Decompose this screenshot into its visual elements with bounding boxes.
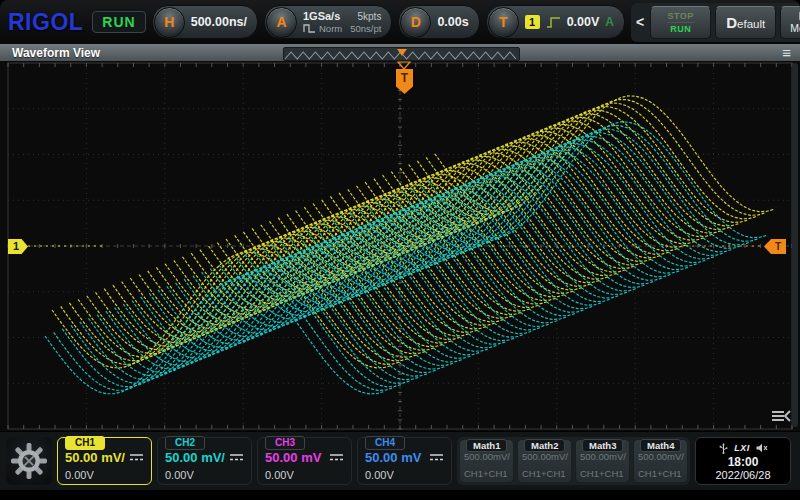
menu-hamburger-icon[interactable]: ≡ bbox=[782, 45, 791, 60]
channel3-tab[interactable]: CH3 bbox=[265, 436, 305, 450]
stop-run-button[interactable]: STOP RUN bbox=[650, 6, 711, 39]
math2-card[interactable]: Math2 500.00mV/ CH1+CH1 bbox=[517, 439, 572, 483]
coupling-icon bbox=[329, 453, 344, 463]
math2-expression: CH1+CH1 bbox=[522, 468, 567, 479]
speaker-mute-icon bbox=[755, 442, 768, 454]
prev-page-chevron[interactable]: < bbox=[634, 15, 646, 29]
acquisition-settings-group[interactable]: A 1GSa/s Norm 5kpts 50ns/pt bbox=[264, 5, 392, 39]
math1-card[interactable]: Math1 500.00mV/ CH1+CH1 bbox=[459, 439, 514, 483]
delay-settings-group[interactable]: D 0.00s bbox=[398, 5, 479, 39]
utility-gear-button[interactable] bbox=[6, 437, 52, 485]
math2-scale: 500.00mV/ bbox=[522, 451, 567, 462]
channel1-scale: 50.00 mV/ bbox=[65, 450, 125, 465]
trigger-level-value: 0.00V bbox=[567, 15, 600, 29]
channel3-scale: 50.00 mV bbox=[265, 450, 321, 465]
timebase-overview-strip[interactable] bbox=[283, 47, 520, 61]
math3-expression: CH1+CH1 bbox=[580, 468, 625, 479]
acquisition-mode: Norm bbox=[319, 24, 342, 33]
stop-label: STOP bbox=[668, 11, 694, 21]
coupling-icon bbox=[429, 453, 444, 463]
status-time: 18:00 bbox=[728, 456, 759, 468]
top-toolbar: RIGOL RUN H 500.00ns/ A 1GSa/s Norm 5kpt… bbox=[0, 0, 800, 44]
trigger-settings-group[interactable]: T 1 0.00V A bbox=[486, 5, 625, 39]
channel2-tab[interactable]: CH2 bbox=[165, 436, 205, 450]
acquisition-knob-badge[interactable]: A bbox=[266, 7, 297, 38]
oscilloscope-screen: RIGOL RUN H 500.00ns/ A 1GSa/s Norm 5kpt… bbox=[0, 0, 800, 500]
view-title: Waveform View bbox=[12, 46, 100, 60]
math1-scale: 500.00mV/ bbox=[464, 451, 509, 462]
channel4-tab[interactable]: CH4 bbox=[365, 436, 405, 450]
vertical-scrollbar[interactable] bbox=[792, 63, 798, 427]
trigger-source-badge: 1 bbox=[525, 15, 540, 29]
default-initial: D bbox=[726, 14, 737, 31]
math3-card[interactable]: Math3 500.00mV/ CH1+CH1 bbox=[575, 439, 630, 483]
time-per-point: 50ns/pt bbox=[350, 24, 381, 33]
measure-label: Measure bbox=[790, 23, 800, 34]
channel3-card[interactable]: CH3 50.00 mV 0.00V bbox=[257, 437, 352, 485]
channel2-scale: 50.00 mV/ bbox=[165, 450, 225, 465]
measure-button[interactable]: Measure bbox=[780, 6, 800, 39]
math1-tab[interactable]: Math1 bbox=[466, 439, 507, 452]
rigol-logo: RIGOL bbox=[5, 9, 86, 36]
channel4-scale: 50.00 mV bbox=[365, 450, 421, 465]
delay-knob-badge[interactable]: D bbox=[400, 7, 431, 38]
trigger-sweep-mode: A bbox=[605, 15, 614, 29]
channel4-card[interactable]: CH4 50.00 mV 0.00V bbox=[357, 437, 452, 485]
quick-buttons-panel: < STOP RUN D efault Measure bbox=[631, 3, 800, 42]
status-icons: LXI bbox=[718, 442, 768, 455]
math4-expression: CH1+CH1 bbox=[638, 468, 683, 479]
acquisition-right-column: 5kpts 50ns/pt bbox=[350, 12, 381, 33]
run-status-indicator[interactable]: RUN bbox=[92, 11, 145, 33]
gear-icon bbox=[11, 443, 47, 479]
status-date: 2022/06/28 bbox=[715, 469, 770, 481]
memory-depth: 5kpts bbox=[357, 12, 381, 22]
rising-edge-icon bbox=[546, 16, 561, 29]
math4-tab[interactable]: Math4 bbox=[640, 439, 681, 452]
channel2-card[interactable]: CH2 50.00 mV/ 0.00V bbox=[157, 437, 252, 485]
stop-run-divider bbox=[667, 22, 695, 23]
channel2-offset: 0.00V bbox=[165, 469, 244, 481]
channel1-tab[interactable]: CH1 bbox=[65, 436, 105, 450]
sample-rate: 1GSa/s bbox=[303, 11, 342, 21]
pulse-icon bbox=[303, 23, 316, 33]
waveform-view-header: Waveform View ≡ bbox=[0, 44, 800, 62]
channel3-offset: 0.00V bbox=[265, 469, 344, 481]
math2-tab[interactable]: Math2 bbox=[524, 439, 565, 452]
coupling-icon bbox=[129, 453, 144, 463]
horizontal-settings-group[interactable]: H 500.00ns/ bbox=[152, 5, 258, 39]
acquisition-left-column: 1GSa/s Norm bbox=[303, 11, 342, 33]
math4-scale: 500.00mV/ bbox=[638, 451, 683, 462]
waveform-display-area: T 1 T bbox=[0, 61, 800, 431]
math-cards-group: Math1 500.00mV/ CH1+CH1 Math2 500.00mV/ … bbox=[457, 437, 690, 485]
collapse-menu-icon[interactable] bbox=[770, 409, 792, 423]
run-label: RUN bbox=[670, 24, 691, 34]
lxi-logo: LXI bbox=[734, 443, 750, 453]
timebase-value: 500.00ns/ bbox=[191, 15, 247, 29]
channel1-offset: 0.00V bbox=[65, 469, 144, 481]
bottom-toolbar: CH1 50.00 mV/ 0.00V CH2 50.00 mV/ 0.00V … bbox=[0, 432, 800, 490]
default-rest: efault bbox=[737, 18, 765, 30]
channel4-offset: 0.00V bbox=[365, 469, 444, 481]
math3-tab[interactable]: Math3 bbox=[582, 439, 623, 452]
coupling-icon bbox=[229, 453, 244, 463]
math3-scale: 500.00mV/ bbox=[580, 451, 625, 462]
trigger-knob-badge[interactable]: T bbox=[488, 7, 519, 38]
math4-card[interactable]: Math4 500.00mV/ CH1+CH1 bbox=[633, 439, 688, 483]
usb-icon bbox=[718, 442, 729, 455]
waveform-canvas bbox=[0, 61, 800, 431]
channel1-card[interactable]: CH1 50.00 mV/ 0.00V bbox=[57, 437, 152, 485]
math1-expression: CH1+CH1 bbox=[464, 468, 509, 479]
default-button[interactable]: D efault bbox=[715, 6, 776, 39]
overview-trigger-position-icon[interactable] bbox=[397, 49, 407, 56]
delay-value: 0.00s bbox=[437, 15, 468, 29]
status-card[interactable]: LXI 18:00 2022/06/28 bbox=[695, 437, 791, 485]
horizontal-knob-badge[interactable]: H bbox=[154, 7, 185, 38]
